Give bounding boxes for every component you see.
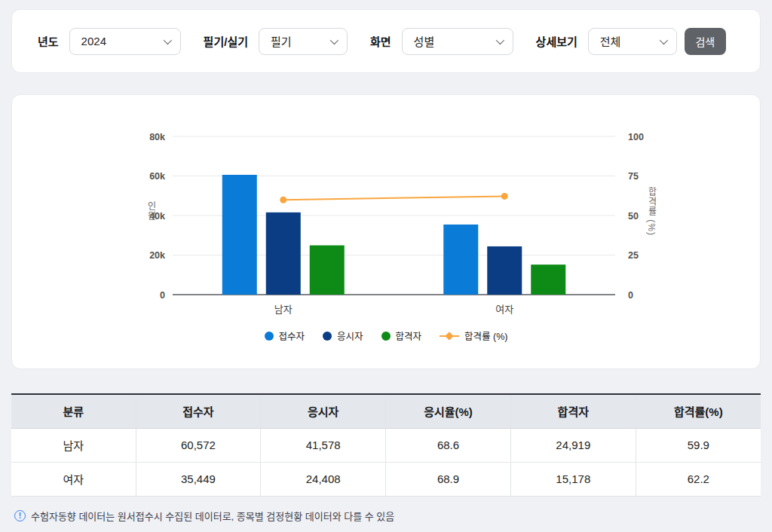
bar-합격자-남자 [310, 246, 345, 295]
right-axis-tick: 100 [628, 132, 644, 142]
right-axis-tick: 75 [628, 171, 639, 182]
detail-select[interactable]: 전체 [588, 28, 677, 55]
view-select-value: 성별 [414, 33, 435, 49]
legend-dot-icon [381, 332, 391, 341]
legend-label: 접수자 [279, 329, 305, 343]
search-button[interactable]: 검색 [685, 28, 726, 55]
left-axis-tick: 20k [149, 250, 165, 261]
year-select[interactable]: 2024 [69, 28, 181, 55]
table-row: 여자35,44924,40868.915,17862.2 [11, 462, 761, 496]
table-cell: 24,408 [261, 462, 386, 496]
table-cell: 15,178 [510, 462, 636, 496]
legend-label: 합격자 [396, 329, 422, 343]
exam-type-select-value: 필기 [271, 33, 292, 49]
pass-rate-line [283, 196, 505, 200]
x-axis-label: 남자 [274, 304, 293, 315]
footnote-text: 수험자동향 데이터는 원서접수시 수집된 데이터로, 종목별 검정현황 데이터와… [31, 509, 394, 523]
legend-line-icon [440, 332, 459, 340]
left-axis-title: 인원 [145, 201, 158, 221]
exam-type-select[interactable]: 필기 [259, 28, 348, 55]
chart-legend: 접수자응시자합격자합격률 (%) [12, 329, 760, 343]
col-header: 분류 [11, 394, 136, 428]
right-axis-tick: 25 [628, 250, 639, 261]
footnote: ! 수험자동향 데이터는 원서접수시 수집된 데이터로, 종목별 검정현황 데이… [14, 509, 772, 523]
legend-item[interactable]: 접수자 [265, 329, 305, 343]
table-cell: 남자 [11, 428, 136, 462]
pass-rate-point [501, 193, 508, 200]
filter-group-detail: 상세보기 전체 [536, 28, 677, 55]
legend-label: 응시자 [337, 329, 363, 343]
filter-group-exam-type: 필기/실기 필기 [204, 28, 348, 55]
legend-item[interactable]: 합격자 [381, 329, 422, 343]
info-circle-icon: ! [14, 510, 26, 521]
legend-label: 합격률 (%) [464, 329, 507, 343]
table-cell: 62.2 [636, 462, 761, 496]
legend-dot-icon [265, 332, 274, 341]
table-cell: 59.9 [636, 428, 761, 462]
col-header: 접수자 [136, 394, 261, 428]
detail-label: 상세보기 [536, 33, 577, 49]
filter-bar: 년도 2024 필기/실기 필기 화면 성별 상세보기 전체 검색 [11, 9, 761, 73]
year-label: 년도 [38, 33, 59, 49]
year-select-value: 2024 [81, 35, 106, 47]
table-header-row: 분류 접수자 응시자 응시율(%) 합격자 합격률(%) [11, 394, 761, 428]
left-axis-tick: 0 [160, 290, 165, 301]
table-cell: 41,578 [261, 428, 386, 462]
right-axis-tick: 50 [628, 211, 639, 222]
filter-group-view: 화면 성별 [370, 28, 513, 55]
filter-group-year: 년도 2024 [38, 28, 181, 55]
left-axis-tick: 80k [149, 132, 165, 142]
table-body: 남자60,57241,57868.624,91959.9여자35,44924,4… [11, 428, 761, 496]
table-cell: 60,572 [136, 428, 261, 462]
bar-응시자-여자 [487, 246, 522, 295]
col-header: 합격률(%) [636, 394, 761, 428]
view-label: 화면 [370, 33, 391, 49]
left-axis-tick: 60k [149, 171, 165, 182]
legend-item[interactable]: 응시자 [323, 329, 363, 343]
pass-rate-point [280, 197, 286, 203]
view-select[interactable]: 성별 [402, 28, 513, 55]
legend-item[interactable]: 합격률 (%) [440, 329, 507, 343]
x-axis-label: 여자 [495, 304, 513, 315]
table-row: 남자60,57241,57868.624,91959.9 [11, 428, 761, 462]
legend-dot-icon [323, 332, 332, 341]
exam-type-label: 필기/실기 [204, 33, 248, 49]
bar-응시자-남자 [266, 212, 301, 295]
table-cell: 24,919 [510, 428, 636, 462]
table-cell: 68.6 [386, 428, 511, 462]
right-axis-tick: 0 [628, 290, 633, 301]
stats-table: 분류 접수자 응시자 응시율(%) 합격자 합격률(%) 남자60,57241,… [11, 393, 761, 497]
right-axis-title: 합격률 (%) [645, 187, 658, 236]
chevron-down-icon [495, 35, 504, 44]
table-cell: 68.9 [386, 462, 511, 496]
chevron-down-icon [330, 35, 339, 44]
table-cell: 35,449 [136, 462, 261, 496]
chevron-down-icon [163, 35, 171, 44]
col-header: 합격자 [510, 394, 636, 428]
chevron-down-icon [660, 35, 668, 44]
detail-select-value: 전체 [600, 33, 621, 49]
bar-접수자-남자 [222, 175, 257, 295]
bar-합격자-여자 [531, 264, 565, 295]
bar-접수자-여자 [443, 225, 478, 295]
chart-card: 0020k2540k5060k7580k100남자여자 인원 합격률 (%) 접… [11, 94, 761, 369]
table-cell: 여자 [11, 462, 136, 496]
col-header: 응시자 [261, 394, 386, 428]
col-header: 응시율(%) [386, 394, 511, 428]
